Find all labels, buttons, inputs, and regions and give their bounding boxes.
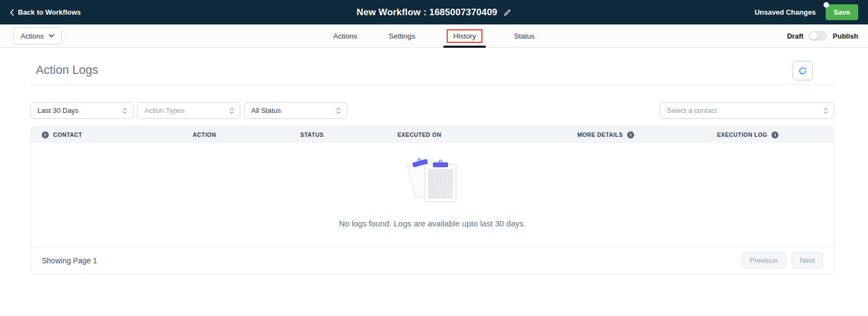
action-types-placeholder: Action Types [144, 106, 184, 115]
stepper-icon [229, 106, 234, 115]
contact-placeholder: Select a contact [667, 106, 717, 115]
tab-history[interactable]: History [446, 29, 482, 43]
top-header-bar: Back to Workflows New Workflow : 1685007… [0, 0, 868, 24]
pagination-buttons: Previous Next [742, 252, 823, 269]
tab-actions[interactable]: Actions [333, 32, 357, 40]
empty-clipboards-illustration [405, 154, 459, 202]
next-page-button[interactable]: Next [792, 252, 823, 269]
table-footer: Showing Page 1 Previous Next [31, 247, 834, 274]
edit-pencil-icon[interactable] [504, 9, 512, 16]
status-select[interactable]: All Status [244, 102, 347, 119]
refresh-button[interactable] [793, 61, 813, 80]
column-executed-on-label: EXECUTED ON [398, 131, 442, 138]
date-range-select[interactable]: Last 30 Days [30, 102, 133, 119]
workflow-title-wrap: New Workflow : 1685007370409 [356, 0, 511, 24]
chevron-down-icon [49, 34, 54, 38]
save-button-label: Save [834, 8, 850, 16]
refresh-icon [798, 66, 807, 75]
table-header-row: CONTACT ACTION STATUS EXECUTED ON MORE D… [31, 127, 834, 143]
page-title: Action Logs [36, 63, 98, 77]
tab-status[interactable]: Status [514, 32, 534, 40]
column-action-label: ACTION [193, 131, 216, 138]
contact-select[interactable]: Select a contact [660, 102, 834, 119]
tab-history-wrap: History [446, 24, 482, 48]
toggle-knob [810, 32, 818, 40]
publish-toggle-group: Draft Publish [787, 31, 858, 41]
unsaved-dot-indicator [824, 2, 829, 8]
previous-page-button[interactable]: Previous [742, 252, 787, 269]
workflow-history-page: Back to Workflows New Workflow : 1685007… [0, 0, 868, 316]
column-more-details: MORE DETAILS [566, 131, 706, 138]
draft-label: Draft [787, 32, 803, 40]
info-icon[interactable] [627, 131, 634, 138]
clipboard-pad [428, 169, 453, 199]
column-status: STATUS [290, 131, 387, 138]
column-contact-label: CONTACT [53, 131, 82, 138]
table-empty-body: No logs found. Logs are available upto l… [31, 143, 834, 248]
column-action: ACTION [182, 131, 289, 138]
action-logs-table: CONTACT ACTION STATUS EXECUTED ON MORE D… [30, 126, 834, 274]
column-more-details-label: MORE DETAILS [577, 131, 623, 138]
actions-dropdown-label: Actions [21, 32, 44, 40]
actions-dropdown-button[interactable]: Actions [13, 28, 62, 45]
tab-settings[interactable]: Settings [389, 32, 416, 40]
back-to-workflows-link[interactable]: Back to Workflows [10, 8, 81, 16]
column-execution-log: EXECUTION LOG [706, 131, 834, 138]
active-tab-underline [443, 46, 486, 48]
stepper-icon [122, 106, 127, 115]
clipboard-clip [433, 162, 448, 167]
filters-group: Last 30 Days Action Types All Status [30, 102, 347, 119]
column-executed-on: EXECUTED ON [387, 131, 567, 138]
status-value: All Status [251, 106, 281, 115]
empty-state-message: No logs found. Logs are available upto l… [339, 219, 526, 228]
stepper-icon [336, 106, 341, 115]
showing-page-label: Showing Page 1 [42, 256, 97, 265]
info-icon[interactable] [771, 131, 778, 138]
action-types-select[interactable]: Action Types [137, 102, 240, 119]
workflow-tabs: Actions Settings History Status [333, 24, 534, 48]
column-status-label: STATUS [301, 131, 324, 138]
publish-label: Publish [833, 32, 858, 40]
save-button[interactable]: Save [826, 4, 858, 20]
draft-publish-toggle[interactable] [809, 31, 827, 41]
info-icon[interactable] [42, 131, 49, 138]
clipboard-front-icon [425, 164, 456, 202]
header-right-group: Unsaved Changes Save [755, 4, 858, 20]
date-range-value: Last 30 Days [37, 106, 79, 115]
heading-divider [30, 84, 834, 85]
back-link-label: Back to Workflows [18, 8, 81, 16]
column-contact: CONTACT [31, 131, 182, 138]
stepper-icon [823, 106, 828, 115]
unsaved-changes-label: Unsaved Changes [755, 8, 816, 16]
column-execution-log-label: EXECUTION LOG [717, 131, 768, 138]
tab-toolbar: Actions Actions Settings History Status … [0, 24, 868, 48]
chevron-left-icon [10, 9, 14, 16]
workflow-title: New Workflow : 1685007370409 [356, 7, 497, 18]
